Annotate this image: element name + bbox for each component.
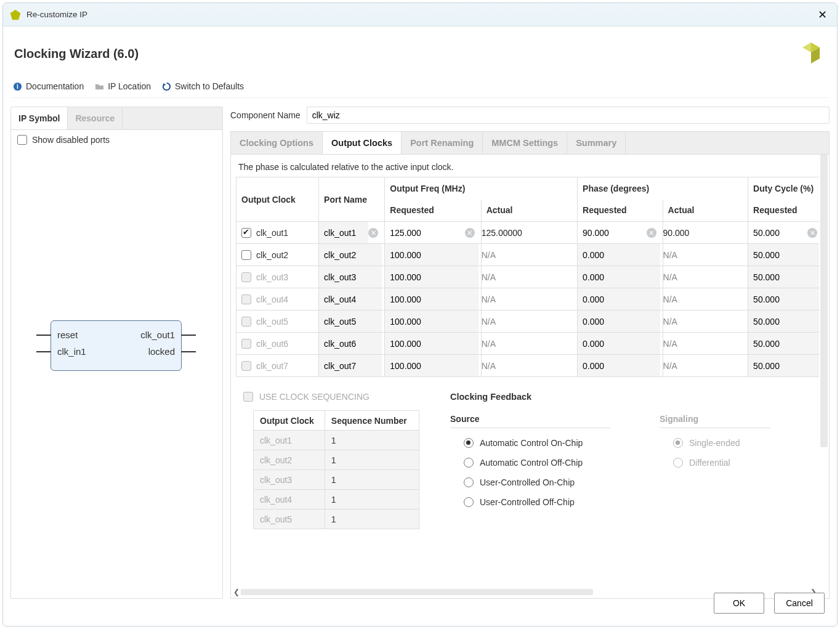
scroll-left-icon: ❮ <box>232 588 241 596</box>
svg-text:i: i <box>17 83 18 90</box>
show-disabled-label: Show disabled ports <box>32 135 110 145</box>
freq-requested-input[interactable] <box>385 333 478 354</box>
component-name-label: Component Name <box>230 110 301 120</box>
ip-location-link[interactable]: IP Location <box>95 81 151 91</box>
phase-requested-input[interactable] <box>578 355 660 376</box>
show-disabled-checkbox[interactable] <box>17 135 27 145</box>
phase-requested-input[interactable] <box>578 288 660 310</box>
duty-requested-input[interactable] <box>748 355 821 376</box>
tab-clocking-options[interactable]: Clocking Options <box>231 132 323 154</box>
phase-requested-input[interactable] <box>578 222 647 243</box>
port-name-input[interactable] <box>319 266 382 288</box>
source-label: Source <box>450 414 610 424</box>
seq-number: 1 <box>325 431 419 450</box>
phase-description: The phase is calculated relative to the … <box>238 162 824 172</box>
phase-requested-input[interactable] <box>578 310 660 332</box>
output-clock-name: clk_out2 <box>256 250 288 260</box>
radio-user-off-chip[interactable]: User-Controlled Off-Chip <box>464 497 610 507</box>
phase-requested-input[interactable] <box>578 266 660 288</box>
port-name-input[interactable] <box>319 222 368 243</box>
documentation-link[interactable]: i Documentation <box>13 81 84 91</box>
tab-mmcm-settings[interactable]: MMCM Settings <box>483 132 567 154</box>
refresh-icon <box>162 82 171 91</box>
use-clock-sequencing-label: USE CLOCK SEQUENCING <box>259 392 370 402</box>
freq-requested-input[interactable] <box>385 222 464 243</box>
vertical-scrollbar[interactable] <box>819 155 829 585</box>
port-reset: reset <box>57 330 78 340</box>
freq-actual: N/A <box>481 310 577 333</box>
seq-number: 1 <box>325 450 419 470</box>
freq-requested-input[interactable] <box>385 288 478 310</box>
port-name-input[interactable] <box>319 244 382 266</box>
tab-output-clocks[interactable]: Output Clocks <box>323 132 402 154</box>
radio-differential: Differential <box>673 458 770 468</box>
phase-actual: N/A <box>663 355 748 377</box>
ip-symbol-diagram: reset clk_in1 clk_out1 locked <box>11 150 222 598</box>
component-name-input[interactable] <box>307 107 830 124</box>
tab-port-renaming[interactable]: Port Renaming <box>402 132 483 154</box>
switch-defaults-link[interactable]: Switch to Defaults <box>162 81 244 91</box>
window-title: Re-customize IP <box>26 10 87 19</box>
seq-number: 1 <box>325 490 419 509</box>
port-clk-in1: clk_in1 <box>57 346 86 357</box>
enable-clk_out2-checkbox[interactable] <box>241 250 251 260</box>
svg-marker-6 <box>163 83 166 86</box>
clear-icon[interactable]: ✕ <box>465 228 475 238</box>
output-clock-name: clk_out6 <box>256 339 288 349</box>
ok-button[interactable]: OK <box>714 593 764 614</box>
right-panel: Component Name Clocking Options Output C… <box>230 107 830 599</box>
seq-clock-name: clk_out5 <box>254 509 325 529</box>
freq-requested-input[interactable] <box>385 310 478 332</box>
phase-requested-input[interactable] <box>578 244 660 266</box>
clear-icon[interactable]: ✕ <box>807 228 817 238</box>
freq-actual: 125.00000 <box>481 222 577 244</box>
clear-icon[interactable]: ✕ <box>647 228 656 238</box>
output-clock-name: clk_out1 <box>256 228 288 238</box>
duty-requested-input[interactable] <box>748 333 821 354</box>
enable-clk_out5-checkbox <box>241 317 251 327</box>
duty-requested-input[interactable] <box>748 288 821 310</box>
freq-requested-input[interactable] <box>385 266 478 288</box>
use-clock-sequencing-checkbox <box>243 392 253 402</box>
freq-requested-input[interactable] <box>385 244 478 266</box>
duty-requested-input[interactable] <box>748 222 807 243</box>
freq-requested-input[interactable] <box>385 355 478 376</box>
cancel-button[interactable]: Cancel <box>774 593 825 614</box>
radio-auto-off-chip[interactable]: Automatic Control Off-Chip <box>464 458 610 468</box>
output-clock-name: clk_out5 <box>256 317 288 327</box>
duty-requested-input[interactable] <box>748 310 821 332</box>
radio-user-on-chip[interactable]: User-Controlled On-Chip <box>464 477 610 487</box>
output-clock-name: clk_out3 <box>256 272 288 282</box>
freq-actual: N/A <box>481 355 577 377</box>
sequencing-table: Output ClockSequence Number clk_out11clk… <box>253 410 419 529</box>
phase-actual: N/A <box>663 244 748 266</box>
clear-icon[interactable]: ✕ <box>368 228 378 238</box>
tab-resource[interactable]: Resource <box>68 107 123 129</box>
enable-clk_out3-checkbox <box>241 272 251 282</box>
port-name-input[interactable] <box>319 333 382 354</box>
enable-clk_out1-checkbox[interactable] <box>241 228 251 238</box>
enable-clk_out6-checkbox <box>241 339 251 349</box>
seq-clock-name: clk_out4 <box>254 490 325 509</box>
port-name-input[interactable] <box>319 288 382 310</box>
duty-requested-input[interactable] <box>748 244 821 266</box>
phase-requested-input[interactable] <box>578 333 660 354</box>
phase-actual: N/A <box>663 333 748 355</box>
tab-ip-symbol[interactable]: IP Symbol <box>11 107 68 129</box>
page-title: Clocking Wizard (6.0) <box>14 40 830 68</box>
svg-marker-3 <box>802 43 811 52</box>
port-name-input[interactable] <box>319 355 382 376</box>
enable-clk_out4-checkbox <box>241 294 251 304</box>
tab-summary[interactable]: Summary <box>567 132 626 154</box>
phase-actual: N/A <box>663 288 748 310</box>
port-name-input[interactable] <box>319 310 382 332</box>
seq-number: 1 <box>325 470 419 490</box>
radio-single-ended: Single-ended <box>673 438 770 448</box>
radio-auto-on-chip[interactable]: Automatic Control On-Chip <box>464 438 610 448</box>
close-icon[interactable]: ✕ <box>814 7 831 23</box>
freq-actual: N/A <box>481 333 577 355</box>
svg-marker-0 <box>10 9 21 20</box>
seq-number: 1 <box>325 509 419 529</box>
seq-clock-name: clk_out2 <box>254 450 325 470</box>
duty-requested-input[interactable] <box>748 266 821 288</box>
